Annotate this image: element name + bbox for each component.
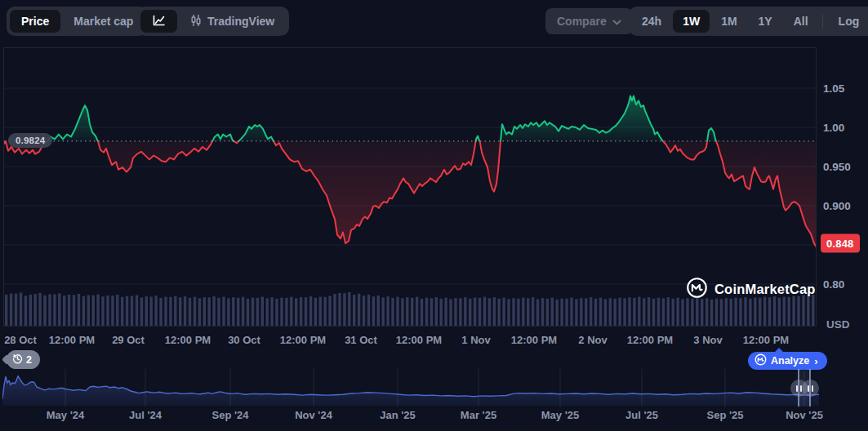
time-axis-tick: 29 Oct — [112, 334, 145, 346]
current-price-badge: 0.848 — [821, 234, 860, 253]
overview-axis-tick: Jul '24 — [129, 409, 162, 421]
overview-range-chart[interactable] — [2, 369, 819, 407]
time-axis-tick: 12:00 PM — [165, 334, 211, 346]
history-clock-icon — [12, 353, 23, 367]
time-axis-tick: 12:00 PM — [280, 334, 326, 346]
time-axis-tick: 12:00 PM — [743, 334, 789, 346]
analyze-label: Analyze — [771, 355, 809, 367]
overview-axis-tick: Jan '25 — [380, 409, 416, 421]
range-1y[interactable]: 1Y — [749, 10, 782, 33]
range-1m[interactable]: 1M — [711, 10, 746, 33]
chevron-down-icon — [612, 15, 621, 28]
events-history-badge[interactable]: 2 — [7, 350, 40, 369]
line-chart-icon — [152, 14, 166, 29]
overview-axis-tick: May '24 — [47, 409, 84, 421]
time-axis-tick: 31 Oct — [345, 334, 377, 346]
crypto-chart-widget: Price Market cap TradingView Compare — [0, 0, 868, 431]
compare-button[interactable]: Compare — [545, 8, 633, 34]
grip-bar — [812, 385, 813, 392]
currency-axis-label: USD — [826, 318, 850, 331]
overview-axis-tick: Mar '25 — [461, 409, 496, 421]
price-axis-tick: 0.950 — [823, 161, 851, 173]
range-24h[interactable]: 24h — [632, 10, 671, 33]
time-axis-tick: 1 Nov — [461, 334, 490, 346]
coinmarketcap-logo-icon — [686, 277, 708, 302]
tradingview-label: TradingView — [207, 15, 274, 28]
overview-axis-tick: May '25 — [541, 409, 579, 421]
overview-axis-tick: Sep '24 — [211, 409, 248, 421]
price-axis-tick: 0.80 — [823, 278, 844, 291]
time-axis-tick: 12:00 PM — [627, 334, 673, 346]
log-scale-button[interactable]: Log — [827, 10, 868, 33]
grip-bar — [796, 385, 798, 392]
time-axis-tick: 12:00 PM — [396, 334, 442, 346]
analyze-button[interactable]: Analyze › — [748, 352, 827, 370]
overview-chart-canvas — [2, 369, 819, 407]
price-axis-tick: 1.05 — [823, 82, 844, 95]
range-handle-right[interactable] — [802, 380, 819, 397]
chart-type-toggle: TradingView — [137, 7, 289, 36]
candlestick-icon — [190, 14, 202, 29]
price-axis-tick: 1.00 — [823, 122, 844, 134]
overview-axis-tick: Nov '24 — [295, 409, 332, 421]
time-axis-tick: 12:00 PM — [511, 334, 557, 346]
overview-axis-tick: Sep '25 — [706, 409, 743, 421]
overview-axis-tick: Jul '25 — [625, 409, 658, 421]
time-axis-tick: 2 Nov — [578, 334, 607, 346]
grip-bar — [808, 385, 809, 392]
history-count: 2 — [26, 354, 32, 366]
line-chart-type-button[interactable] — [140, 10, 177, 33]
tradingview-chart-type-button[interactable]: TradingView — [179, 10, 286, 33]
tab-market-cap[interactable]: Market cap — [62, 10, 145, 33]
time-axis-tick: 28 Oct — [4, 334, 37, 346]
range-1w[interactable]: 1W — [673, 10, 710, 33]
time-axis-tick: 12:00 PM — [49, 334, 95, 346]
price-marketcap-toggle: Price Market cap — [7, 7, 148, 36]
time-axis-tick: 3 Nov — [693, 334, 722, 346]
toolbar-divider — [822, 15, 823, 28]
overview-axis-tick: Nov '25 — [786, 409, 823, 421]
price-axis-tick: 0.900 — [823, 200, 851, 212]
baseline-price-label: 0.9824 — [8, 133, 52, 148]
compare-label: Compare — [557, 15, 607, 28]
analyze-logo-icon — [754, 353, 767, 368]
time-axis-tick: 30 Oct — [228, 334, 260, 346]
watermark-text: CoinMarketCap — [714, 282, 816, 297]
range-selector: 24h1W1M1YAll Log — [629, 7, 868, 36]
range-all[interactable]: All — [784, 10, 818, 33]
tab-price[interactable]: Price — [10, 10, 60, 33]
analyze-chevron-icon: › — [814, 355, 817, 367]
coinmarketcap-watermark: CoinMarketCap — [686, 277, 816, 302]
